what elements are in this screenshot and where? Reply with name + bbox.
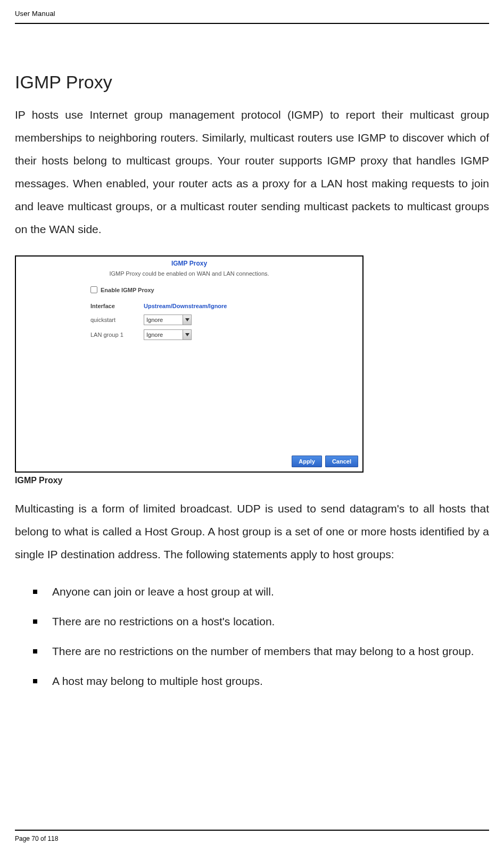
footer-rule (15, 830, 489, 831)
select-value: Ignore (146, 317, 163, 323)
select-value: Ignore (146, 332, 163, 338)
chevron-down-icon (183, 330, 191, 340)
chevron-down-icon (183, 315, 191, 325)
screenshot-form: Enable IGMP Proxy Interface Upstream/Dow… (90, 286, 362, 340)
col-interface: Interface (90, 303, 144, 309)
screenshot-subtitle: IGMP Proxy could be enabled on WAN and L… (16, 267, 362, 277)
enable-label: Enable IGMP Proxy (101, 287, 154, 293)
enable-checkbox[interactable] (90, 286, 97, 293)
screenshot-caption: IGMP Proxy (15, 476, 489, 485)
section-title: IGMP Proxy (15, 72, 489, 93)
list-item: A host may belong to multiple host group… (33, 670, 489, 692)
multicast-paragraph: Multicasting is a form of limited broadc… (15, 497, 489, 566)
list-item: There are no restrictions on the number … (33, 640, 489, 663)
interface-label: quickstart (90, 317, 144, 323)
interface-row: quickstart Ignore (90, 315, 362, 325)
column-header-row: Interface Upstream/Downstream/Ignore (90, 303, 362, 309)
col-mode: Upstream/Downstream/Ignore (144, 303, 227, 309)
interface-select-quickstart[interactable]: Ignore (144, 315, 192, 325)
svg-marker-0 (185, 318, 189, 321)
page-number: Page 70 of 118 (15, 835, 489, 842)
cancel-button[interactable]: Cancel (325, 456, 358, 467)
apply-button[interactable]: Apply (292, 456, 322, 467)
interface-row: LAN group 1 Ignore (90, 329, 362, 340)
header-rule (15, 23, 489, 24)
page-header: User Manual (15, 10, 489, 23)
list-item: Anyone can join or leave a host group at… (33, 581, 489, 603)
button-bar: Apply Cancel (292, 456, 358, 467)
list-item: There are no restrictions on a host's lo… (33, 610, 489, 633)
page-footer: Page 70 of 118 (15, 830, 489, 842)
interface-select-langroup1[interactable]: Ignore (144, 329, 192, 340)
interface-label: LAN group 1 (90, 332, 144, 338)
screenshot-title: IGMP Proxy (16, 257, 362, 267)
enable-row: Enable IGMP Proxy (90, 286, 362, 293)
intro-paragraph: IP hosts use Internet group management p… (15, 103, 489, 241)
svg-marker-1 (185, 333, 189, 336)
bullet-list: Anyone can join or leave a host group at… (33, 581, 489, 692)
router-screenshot: IGMP Proxy IGMP Proxy could be enabled o… (15, 255, 363, 473)
